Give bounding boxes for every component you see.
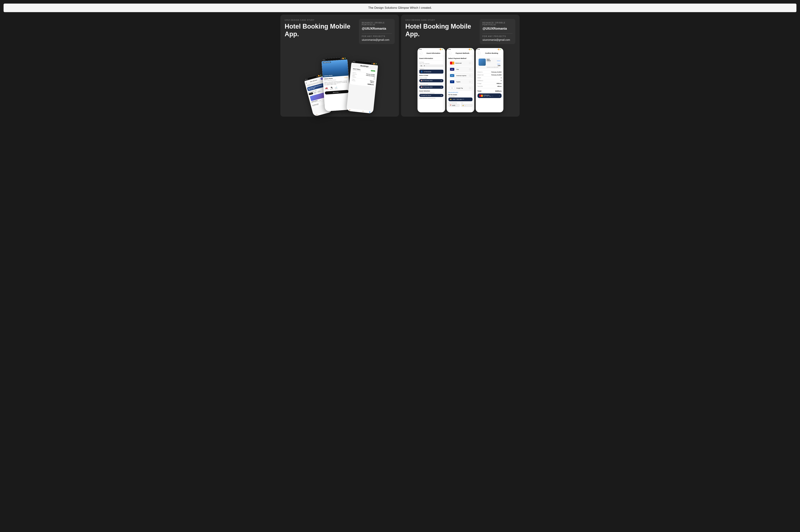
detail-desc: Chalet is a rustic chalet made sole of m… [324, 80, 348, 86]
right-projects-label: FOR ANY PROJECTS [482, 35, 513, 37]
check-in-date-label: Check In Date [419, 77, 443, 79]
nav-home[interactable]: 🏠 [316, 114, 317, 115]
detail-content: Cabana Alaska ★ 4.8k Rânca, Județul Gorj… [323, 76, 350, 96]
pay-now-btn[interactable]: UI Romania 4464 - 5500 - 8800 - **** › [477, 93, 501, 98]
fill-details-title: Fill The Details [449, 94, 473, 95]
bookings-screen: Bookings Suter Palace Bucharest, Romania… [346, 63, 378, 114]
left-username: @UIUXRomania [362, 27, 392, 31]
confirm-body: Suter Palace Bucharest Booking in progre… [476, 56, 503, 99]
detail-screen: Detail Screen Cabana Alaska Cabana Alask… [321, 59, 351, 111]
payment-mc-icon [479, 95, 483, 97]
detail-amenities: 🚗 Car Parking 🔌 Appliances 🛁 Hot Tub [324, 85, 348, 90]
amex-option[interactable]: AMEX American express [449, 73, 473, 78]
payment-back-btn[interactable]: ← [449, 52, 452, 55]
gpay-option[interactable]: G Google Pay [449, 86, 473, 91]
expiry-field[interactable]: 📅 10/25 [449, 104, 460, 107]
left-email: uiuxromania@gmail.com [362, 38, 392, 41]
book-now-btn[interactable]: Book Now → [325, 90, 348, 94]
left-panel-title-area: UXUI Design Case Study Hotel Booking Mob… [285, 19, 357, 44]
full-name-label: Full Name [419, 62, 443, 63]
nav-fav[interactable]: ♡ [323, 113, 324, 114]
visa-radio[interactable] [469, 69, 471, 70]
nav-fav-bookings[interactable]: ♡ [356, 110, 357, 111]
left-case-study-label: UXUI Design Case Study [285, 19, 357, 21]
confirm-adults-row: Adults: 2 [477, 77, 501, 79]
phone-detail: 9:41 ▪▪▪ 📶 🔋 Detail Screen Cabana Alaska… [321, 57, 351, 111]
right-panel-header: UXUI Design Case Study Hotel Booking Mob… [405, 19, 515, 44]
amenity-parking: Car Parking [324, 89, 328, 90]
guest-header: ← Guest Information [418, 51, 445, 56]
left-phones-area: 9:41 ▪▪▪ 📶 🔋 ☰ Hello, UIRomania 🔍 Search… [285, 46, 395, 111]
payment-section-title: Select Payment Method [449, 57, 473, 59]
nav-home-bookings[interactable]: 🏠 [349, 109, 350, 111]
confirm-children-row: Children's: 0 [477, 80, 501, 82]
card-number-label: Card Number [449, 96, 473, 97]
confirm-screen-title: Confirm Booking [482, 52, 501, 54]
nav-profile-bookings[interactable]: 👤 [369, 111, 370, 113]
right-case-study-label: UXUI Design Case Study [405, 19, 477, 21]
detail-hotel-name: Cabana Alaska [324, 75, 332, 76]
why-ask-link[interactable]: Why we ask for this? [449, 92, 473, 93]
villas-chip[interactable]: Villas [313, 91, 317, 94]
title-dropdown[interactable]: Mr. ▼ [419, 64, 443, 67]
paypal-radio[interactable] [469, 81, 471, 83]
pay-arrow-icon: › [499, 95, 500, 97]
guest-sel-label: Guest Selection [419, 90, 443, 92]
select-date-label: Select A Date [419, 75, 443, 76]
confirm-days-row: 5 Days: 895Euro [477, 83, 501, 85]
expiry-label: Expiry Month/Year [449, 102, 460, 103]
cvc-section: CVC 🔒 ... [461, 102, 473, 107]
right-email: uiuxromania@gmail.com [482, 38, 513, 41]
visa-option[interactable]: VISA Visa [449, 66, 473, 72]
check-out-date-btn[interactable]: 📅 24 February 2023 ▼ [419, 86, 443, 89]
phone-payment: 9:41 ▪ 📶 🔋 ← Payment Methods Select Paym… [446, 48, 474, 112]
main-panels: UXUI Design Case Study Hotel Booking Mob… [280, 15, 520, 117]
amex-radio[interactable] [469, 75, 471, 76]
mastercard-radio[interactable] [469, 62, 471, 64]
payment-header: ← Payment Methods [446, 51, 474, 56]
cvc-field[interactable]: 🔒 ... [461, 104, 473, 107]
check-out-date-label: Check Out Date [419, 84, 443, 85]
children-val: 0 [374, 78, 375, 79]
amenity-appliances: Appliances [330, 89, 333, 90]
left-panel-title: Hotel Booking Mobile App. [285, 22, 357, 38]
check-in-label: Check In: [352, 72, 356, 73]
name-label: Full Name [419, 68, 443, 69]
adults-sel-btn[interactable]: 01 Adult Per Room ▼ [419, 94, 443, 97]
guest-back-btn[interactable]: ← [419, 52, 422, 55]
payment-status: 9:41 ▪ 📶 🔋 [446, 48, 474, 51]
detail-name: Cabana Alaska [324, 78, 333, 79]
right-panel-contact: BEHANCE/ DRIBBLE PORTFOLIO @UIUXRomania … [480, 19, 515, 44]
right-username: @UIUXRomania [482, 27, 513, 31]
confirm-total-row: Total: 940Euro [477, 90, 501, 92]
check-out-label: Check Out: [352, 73, 357, 75]
adults-val: 2 [374, 77, 375, 78]
confirm-hotel-name: Suter Palace [487, 59, 494, 61]
guest-body: Guest Information Full Name Select Title… [418, 56, 445, 100]
booking-hotel-card[interactable]: Suter Palace Bucharest, Romania Booked C… [350, 67, 377, 87]
confirm-hotel-loc: Bucharest [487, 61, 494, 62]
right-behance-label: BEHANCE/ DRIBBLE PORTFOLIO [482, 22, 513, 26]
confirm-back-btn[interactable]: ← [477, 52, 481, 55]
nav-bookings[interactable]: 📋 [362, 111, 364, 112]
name-input[interactable]: 👤 UI Romania [419, 70, 443, 74]
confirm-hotel-badge: Booking in progress [497, 60, 500, 65]
confirm-checkin-row: Check In: February 19,2023 [477, 72, 501, 74]
gpay-radio[interactable] [469, 87, 471, 89]
tva-val: 45Euro [370, 82, 374, 83]
payment-screen-title: Payment Methods [453, 52, 473, 54]
pay-card: 4464 - 5500 - 8800 - **** [483, 96, 493, 97]
confirm-hotel-desc: Qvfusdum et aut officiis debit... [487, 66, 500, 68]
paypal-option[interactable]: PP PayPal [449, 79, 473, 84]
left-panel-contact: BEHANCE/ DRIBBLE PORTFOLIO @UIUXRomania … [359, 19, 395, 44]
payment-body: Select Payment Method Mastercard VISA Vi… [446, 56, 474, 108]
amenity-hottub: Hot Tub [335, 89, 337, 90]
check-in-date-btn[interactable]: 📅 19 February 2023 ▼ [419, 79, 443, 82]
guest-screen-title: Guest Information [423, 52, 443, 54]
left-projects-label: FOR ANY PROJECTS [362, 35, 392, 37]
left-behance-label: BEHANCE/ DRIBBLE PORTFOLIO [362, 22, 392, 26]
mastercard-option[interactable]: Mastercard [449, 60, 473, 66]
card-number-field[interactable]: 💳 4464 - 5500-880-**** [449, 97, 473, 101]
cvc-label: CVC [461, 102, 473, 103]
days-val: 895Euro [370, 80, 374, 82]
